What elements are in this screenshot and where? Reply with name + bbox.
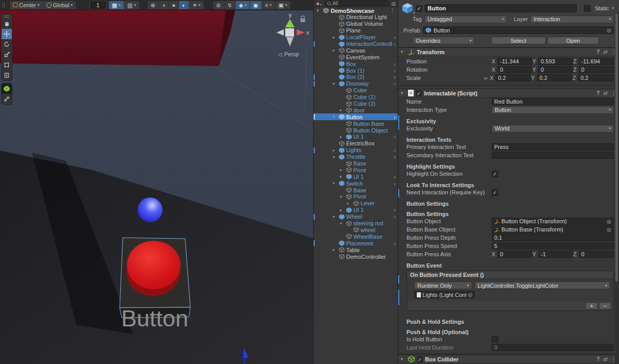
select-button[interactable]: Select bbox=[491, 37, 546, 44]
prefab-open-arrow-icon[interactable]: › bbox=[394, 147, 396, 153]
pivot-mode-button[interactable]: Center ▾ bbox=[10, 1, 43, 9]
expand-arrow-icon[interactable]: ▸ bbox=[333, 48, 339, 53]
add-event-button[interactable]: + bbox=[585, 302, 598, 309]
foldout-icon[interactable]: ▾ bbox=[401, 49, 406, 54]
component-enabled-checkbox[interactable]: ✓ bbox=[417, 356, 423, 362]
hierarchy-item-throttle[interactable]: ▾Throttle› bbox=[314, 154, 398, 160]
hierarchy-item-button-base[interactable]: Button Base bbox=[314, 120, 398, 127]
expand-arrow-icon[interactable]: ▾ bbox=[333, 214, 339, 219]
expand-arrow-icon[interactable]: ▾ bbox=[340, 194, 346, 199]
text-field[interactable]: 0 bbox=[492, 344, 614, 351]
expand-arrow-icon[interactable]: ▸ bbox=[333, 148, 339, 153]
expand-arrow-icon[interactable]: ▸ bbox=[347, 201, 353, 206]
hierarchy-item-door[interactable]: ▸door bbox=[314, 107, 398, 113]
target-picker-icon[interactable]: ◎ bbox=[607, 227, 611, 233]
box-collider-header[interactable]: ▾ ✓ Box Collider ? ⇄ ⋮ bbox=[398, 355, 619, 363]
hierarchy-item-switch[interactable]: ▾Switch› bbox=[314, 180, 398, 187]
object-reference-field[interactable]: Button Object (Transform)◎ bbox=[492, 218, 614, 225]
hierarchy-item-lever[interactable]: ▸Lever bbox=[314, 200, 398, 207]
text-field[interactable]: Red Button bbox=[492, 98, 614, 105]
dropdown-field[interactable]: World▾ bbox=[492, 125, 614, 133]
layers-icon[interactable]: ≡▾ bbox=[262, 1, 275, 9]
expand-arrow-icon[interactable]: ▾ bbox=[333, 81, 339, 86]
tools-drag-handle-icon[interactable] bbox=[2, 14, 12, 19]
hierarchy-item-cube-1-[interactable]: Cube (1) bbox=[314, 94, 398, 101]
target-picker-icon[interactable]: ◎ bbox=[607, 219, 611, 224]
scale-x-input[interactable]: 0.2 bbox=[495, 74, 531, 81]
layer-dropdown[interactable]: Interaction ▾ bbox=[530, 15, 614, 23]
gizmo-center-cube[interactable] bbox=[285, 28, 294, 37]
open-button[interactable]: Open bbox=[547, 37, 599, 44]
shading-mode-icon[interactable]: ⊕ bbox=[148, 1, 159, 9]
dropdown-field[interactable]: Button▾ bbox=[492, 106, 614, 114]
expand-arrow-icon[interactable]: ▸ bbox=[333, 247, 339, 252]
rotate-tool-button[interactable] bbox=[2, 39, 12, 49]
hierarchy-item-cube-2-[interactable]: Cube (2) bbox=[314, 101, 398, 107]
hierarchy-item-wheelbase[interactable]: WheelBase bbox=[314, 233, 398, 240]
hierarchy-item-box-1-[interactable]: Box (1)› bbox=[314, 67, 398, 74]
text-field[interactable]: 0.1 bbox=[492, 234, 614, 241]
event-mode-dropdown[interactable]: Runtime Only ▾ bbox=[414, 282, 472, 289]
prefab-open-arrow-icon[interactable]: › bbox=[394, 241, 396, 246]
magnet-snap-icon[interactable]: ▥▾ bbox=[124, 1, 139, 9]
help-icon[interactable]: ? bbox=[597, 49, 600, 55]
hierarchy-item-button-object[interactable]: Button Object bbox=[314, 127, 398, 134]
axis-z-input[interactable]: 0 bbox=[579, 251, 614, 258]
hierarchy-item-doorway[interactable]: ▾Doorway› bbox=[314, 80, 398, 87]
axis-y-input[interactable]: -1 bbox=[538, 251, 573, 258]
position-z-input[interactable]: -11.694 bbox=[579, 58, 614, 65]
move-tool-button[interactable] bbox=[2, 29, 12, 39]
transform-header[interactable]: ▾ Transform ? ⇄ ⋮ bbox=[398, 47, 619, 56]
scale-y-input[interactable]: 0.2 bbox=[537, 74, 573, 81]
presets-icon[interactable]: ⇄ bbox=[604, 49, 608, 55]
component-enabled-checkbox[interactable]: ✓ bbox=[416, 90, 422, 96]
expand-arrow-icon[interactable]: ▸ bbox=[340, 135, 346, 139]
hierarchy-item-ui-1[interactable]: ▸UI 1› bbox=[314, 134, 398, 140]
custom-cube-tool-button[interactable] bbox=[2, 84, 12, 94]
prefab-open-arrow-icon[interactable]: › bbox=[394, 41, 396, 46]
transform-tool-button[interactable] bbox=[2, 70, 12, 80]
prefab-cube-icon[interactable]: ▾ bbox=[401, 3, 414, 14]
help-icon[interactable]: ? bbox=[597, 356, 600, 362]
create-menu-button[interactable]: + bbox=[316, 1, 319, 7]
expand-arrow-icon[interactable]: ▸ bbox=[340, 208, 346, 212]
hierarchy-item-pivot[interactable]: ▾Pivot bbox=[314, 193, 398, 200]
hierarchy-item-ui-1[interactable]: ▸UI 1› bbox=[314, 207, 398, 213]
hierarchy-search-input[interactable]: All bbox=[324, 1, 389, 6]
gameobject-name-field[interactable]: Button bbox=[425, 4, 577, 12]
expand-arrow-icon[interactable]: ▸ bbox=[340, 174, 346, 179]
hierarchy-item-box[interactable]: Box› bbox=[314, 60, 398, 67]
hierarchy-item-interactioncontroll[interactable]: InteractionControll› bbox=[314, 41, 398, 47]
presets-icon[interactable]: ⇄ bbox=[604, 90, 608, 96]
audio-mute-icon[interactable]: ⊘ bbox=[213, 1, 224, 9]
scene-root-row[interactable]: ▾ DemoShowcase ⋮ bbox=[314, 7, 398, 14]
text-field[interactable] bbox=[492, 152, 614, 159]
prefab-open-arrow-icon[interactable]: › bbox=[394, 74, 396, 79]
foldout-icon[interactable]: ▾ bbox=[401, 91, 406, 95]
hierarchy-item-wheel[interactable]: ▾Wheel› bbox=[314, 213, 398, 220]
hierarchy-item-button[interactable]: ▾Button› bbox=[314, 113, 398, 120]
camera-view-icon[interactable]: ▣▾ bbox=[275, 1, 290, 9]
expand-arrow-icon[interactable]: ▸ bbox=[340, 108, 346, 112]
hierarchy-item-localplayer[interactable]: ▸LocalPlayer› bbox=[314, 34, 398, 41]
debug-draw-icon[interactable]: ✶▾ bbox=[189, 1, 204, 9]
hierarchy-item-base[interactable]: Base bbox=[314, 160, 398, 167]
effects-off-icon[interactable]: ↯ bbox=[224, 1, 236, 9]
object-reference-field[interactable]: Button Base (Transform)◎ bbox=[492, 226, 614, 234]
blue-sphere-object[interactable] bbox=[138, 197, 162, 222]
hierarchy-item-table[interactable]: ▸Table bbox=[314, 246, 398, 253]
hierarchy-item-canvas[interactable]: ▸Canvas bbox=[314, 47, 398, 54]
link-scale-icon[interactable]: ∞ bbox=[484, 75, 487, 81]
expand-arrow-icon[interactable]: ▾ bbox=[333, 181, 339, 186]
hierarchy-item-global-volume[interactable]: Global Volume bbox=[314, 21, 398, 27]
prefab-open-arrow-icon[interactable]: › bbox=[394, 35, 396, 40]
hierarchy-item-electricbox[interactable]: ElectricBox bbox=[314, 140, 398, 147]
checkbox[interactable]: ✓ bbox=[492, 171, 498, 177]
rect-tool-button[interactable] bbox=[2, 60, 12, 70]
checkbox[interactable] bbox=[492, 336, 498, 343]
lighting-toggle-icon[interactable]: ◐ bbox=[179, 1, 189, 9]
event-list-title[interactable]: On Button Pressed Event () bbox=[407, 271, 613, 279]
scrollbar-thumb[interactable] bbox=[615, 13, 618, 282]
remove-event-button[interactable]: − bbox=[599, 302, 611, 309]
scene-view[interactable]: Center ▾ Global ▾ 1 ▦▾▥▾ ⊕◑●◐✶▾ ⊘↯◈▾◉≡▾▣… bbox=[0, 0, 313, 364]
